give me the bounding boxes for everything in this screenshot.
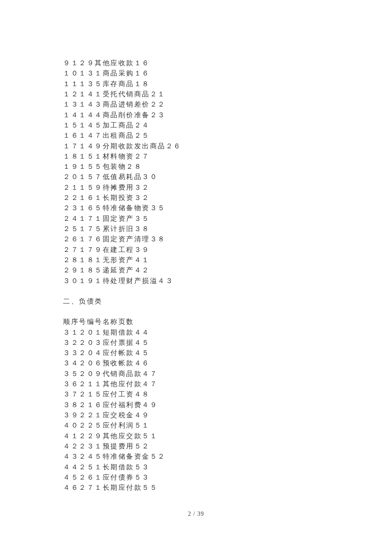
toc-entry: ２２１６１长期投资３２ bbox=[63, 193, 327, 203]
toc-entry: １４１４４商品削价准备２３ bbox=[63, 110, 327, 120]
toc-entry: ４０２２５应付利润５１ bbox=[63, 420, 327, 431]
toc-entry: ３９２２１应交税金４９ bbox=[63, 410, 327, 420]
toc-entry: ４６２７１长期应付款５５ bbox=[63, 483, 327, 493]
toc-entry: １５１４５加工商品２４ bbox=[63, 120, 327, 130]
toc-entry: ３１２０１短期借款４４ bbox=[63, 327, 327, 338]
toc-entry: ３８２１６应付福利费４９ bbox=[63, 400, 327, 410]
toc-entry: ３０１９１待处理财产损溢４３ bbox=[63, 276, 327, 286]
block2-list: ３１２０１短期借款４４３２２０３应付票据４５３３２０４应付帐款４５３４２０６预收… bbox=[63, 327, 327, 493]
toc-entry: １７１４９分期收款发出商品２６ bbox=[63, 141, 327, 151]
page-number: 2 / 39 bbox=[0, 511, 392, 517]
section-title-liabilities: 二、负债类 bbox=[63, 296, 327, 306]
toc-entry: １８１５１材料物资２７ bbox=[63, 151, 327, 162]
toc-entry: ２１１５９待摊费用３２ bbox=[63, 182, 327, 193]
toc-entry: １０１３１商品采购１６ bbox=[63, 68, 327, 78]
toc-entry: ３５２０９代销商品款４７ bbox=[63, 369, 327, 379]
toc-entry: １３１４３商品进销差价２２ bbox=[63, 99, 327, 110]
page-total: 39 bbox=[197, 511, 204, 517]
toc-entry: ２３１６５特准储备物资３５ bbox=[63, 203, 327, 213]
toc-entry: ２９１８５递延资产４２ bbox=[63, 265, 327, 275]
table-header: 顺序号编号名称页数 bbox=[63, 317, 327, 327]
toc-entry: ４３２４５特准储备资金５２ bbox=[63, 451, 327, 462]
toc-entry: １１１３５库存商品１８ bbox=[63, 79, 327, 89]
toc-entry: ２８１８１无形资产４１ bbox=[63, 255, 327, 265]
toc-entry: ３３２０４应付帐款４５ bbox=[63, 348, 327, 358]
toc-entry: ２５１７５累计折旧３８ bbox=[63, 224, 327, 234]
block1-list: ９１２９其他应收款１６１０１３１商品采购１６１１１３５库存商品１８１２１４１受托… bbox=[63, 58, 327, 286]
page-content: ９１２９其他应收款１６１０１３１商品采购１６１１１３５库存商品１８１２１４１受托… bbox=[63, 58, 327, 493]
page-sep: / bbox=[191, 511, 197, 517]
toc-entry: ９１２９其他应收款１６ bbox=[63, 58, 327, 68]
toc-entry: ２６１７６固定资产清理３８ bbox=[63, 234, 327, 244]
page-current: 2 bbox=[188, 511, 191, 517]
toc-entry: １２１４１受托代销商品２１ bbox=[63, 89, 327, 99]
toc-entry: １９１５５包装物２８ bbox=[63, 162, 327, 172]
toc-entry: ４４２５１长期借款５３ bbox=[63, 462, 327, 472]
toc-entry: ３６２１１其他应付款４７ bbox=[63, 379, 327, 389]
toc-entry: ４１２２９其他应交款５１ bbox=[63, 431, 327, 441]
toc-entry: ３４２０６预收帐款４６ bbox=[63, 358, 327, 368]
toc-entry: ４５２６１应付债券５３ bbox=[63, 472, 327, 483]
toc-entry: １６１４７出租商品２５ bbox=[63, 130, 327, 141]
toc-entry: ２４１７１固定资产３５ bbox=[63, 214, 327, 224]
spacer bbox=[63, 306, 327, 317]
toc-entry: ２７１７９在建工程３９ bbox=[63, 245, 327, 255]
toc-entry: ４２２３１预提费用５２ bbox=[63, 441, 327, 451]
spacer bbox=[63, 286, 327, 296]
toc-entry: ２０１５７低值易耗品３０ bbox=[63, 172, 327, 182]
toc-entry: ３７２１５应付工资４８ bbox=[63, 389, 327, 399]
toc-entry: ３２２０３应付票据４５ bbox=[63, 338, 327, 348]
